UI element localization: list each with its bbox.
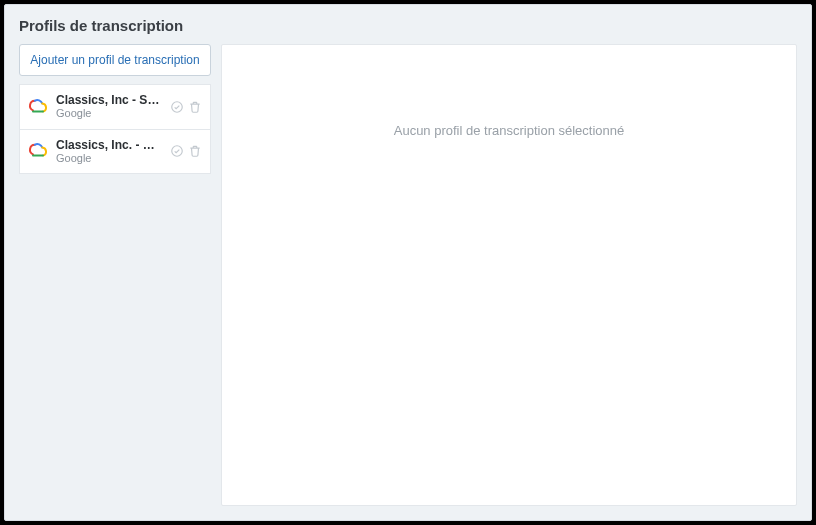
profile-item[interactable]: Classics, Inc - Spanish Google <box>19 84 211 130</box>
page-title: Profils de transcription <box>19 17 797 34</box>
svg-point-0 <box>172 102 183 113</box>
check-circle-icon[interactable] <box>170 100 184 114</box>
trash-icon[interactable] <box>188 144 202 158</box>
svg-point-1 <box>172 146 183 157</box>
profile-provider: Google <box>56 107 162 120</box>
add-profile-button[interactable]: Ajouter un profil de transcription <box>19 44 211 76</box>
profile-list: Classics, Inc - Spanish Google <box>19 84 211 174</box>
profile-name: Classics, Inc. - English <box>56 138 162 152</box>
item-actions <box>170 144 202 158</box>
profile-text: Classics, Inc - Spanish Google <box>56 93 162 121</box>
profile-item[interactable]: Classics, Inc. - English Google <box>19 130 211 175</box>
sidebar: Ajouter un profil de transcription <box>19 44 211 506</box>
profile-name: Classics, Inc - Spanish <box>56 93 162 107</box>
profile-provider: Google <box>56 152 162 165</box>
profile-text: Classics, Inc. - English Google <box>56 138 162 166</box>
panel-body: Ajouter un profil de transcription <box>5 44 811 520</box>
transcription-profiles-panel: Profils de transcription Ajouter un prof… <box>4 4 812 521</box>
panel-header: Profils de transcription <box>5 5 811 44</box>
google-cloud-icon <box>28 97 48 117</box>
google-cloud-icon <box>28 141 48 161</box>
trash-icon[interactable] <box>188 100 202 114</box>
empty-state-message: Aucun profil de transcription sélectionn… <box>394 123 625 138</box>
check-circle-icon[interactable] <box>170 144 184 158</box>
detail-pane: Aucun profil de transcription sélectionn… <box>221 44 797 506</box>
item-actions <box>170 100 202 114</box>
